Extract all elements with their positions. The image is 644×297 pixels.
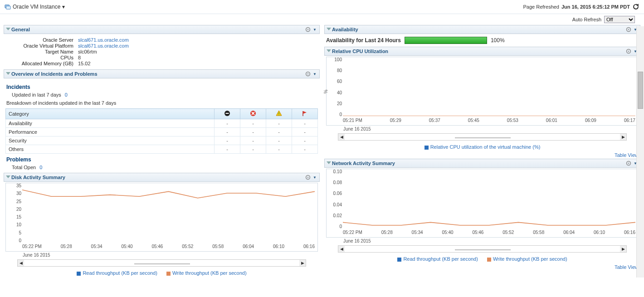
collapse-icon [6, 175, 10, 178]
svg-rect-10 [278, 115, 279, 115]
count-cell: - [240, 119, 266, 128]
panel-title: Disk Activity Summary [11, 175, 65, 180]
cpu-panel-header[interactable]: Relative CPU Utilization ▼ [324, 47, 640, 56]
blackout-icon[interactable] [215, 109, 240, 119]
availability-bar [405, 37, 487, 44]
kv-row: Oracle Serverslcal671.us.oracle.com [5, 37, 318, 43]
scroll-right-icon[interactable]: ▶ [299, 260, 306, 266]
net-table-view-link[interactable]: Table View [615, 264, 639, 270]
warning-icon[interactable] [266, 109, 292, 119]
kv-row: Target Nameslc06rtm [5, 49, 318, 54]
count-cell: - [292, 145, 318, 154]
panel-title: Availability [332, 27, 358, 32]
vertical-scrollbar[interactable] [636, 26, 644, 278]
auto-refresh-select[interactable]: Off [604, 16, 635, 23]
disk-h-scroll[interactable]: ◀▶ [17, 259, 306, 267]
refresh-icon[interactable] [632, 3, 639, 10]
incidents-panel-header[interactable]: Overview of Incidents and Problems ▼ [4, 69, 320, 78]
gear-icon[interactable] [625, 26, 632, 33]
scroll-left-icon[interactable]: ◀ [338, 134, 345, 140]
legend-item: Write throughput (KB per second) [487, 256, 567, 262]
count-cell: - [215, 145, 240, 154]
menu-caret-icon[interactable]: ▼ [313, 175, 317, 180]
kv-row: CPUs8 [5, 55, 318, 60]
collapse-icon [327, 49, 331, 52]
table-row: Performance---- [6, 128, 318, 136]
gear-icon[interactable] [305, 174, 311, 180]
scroll-right-icon[interactable]: ▶ [620, 246, 626, 252]
incidents-updated: Updated in last 7 days0 [5, 92, 318, 97]
category-header[interactable]: Category [6, 109, 215, 119]
svg-point-3 [307, 29, 309, 30]
category-cell: Availability [6, 119, 215, 128]
scroll-left-icon[interactable]: ◀ [338, 246, 345, 252]
count-cell: - [215, 136, 240, 145]
menu-caret-icon[interactable]: ▼ [313, 28, 317, 32]
net-h-scroll[interactable]: ◀▶ [338, 245, 627, 253]
panel-title: Overview of Incidents and Problems [11, 71, 98, 77]
kv-key: Allocated Memory (GB) [5, 61, 78, 66]
kv-key: CPUs [5, 55, 78, 60]
cpu-table-view-link[interactable]: Table View [615, 152, 639, 158]
scroll-left-icon[interactable]: ◀ [18, 260, 24, 266]
net-legend: Read throughput (KB per second)Write thr… [324, 254, 640, 263]
availability-label: Availability for Last 24 Hours [326, 37, 401, 44]
kv-value[interactable]: slcal671.us.oracle.com [78, 37, 129, 43]
collapse-icon [327, 28, 331, 30]
auto-refresh-bar: Auto Refresh Off [0, 14, 644, 25]
count-cell: - [215, 119, 240, 128]
kv-key: Target Name [5, 49, 78, 54]
menu-caret-icon[interactable]: ▼ [313, 72, 317, 76]
general-panel-header[interactable]: General ▼ [4, 25, 320, 34]
net-date: June 16 2015 [324, 239, 640, 243]
net-panel-header[interactable]: Network Activity Summary ▼ [324, 159, 640, 168]
count-cell: - [266, 145, 292, 154]
scroll-right-icon[interactable]: ▶ [620, 134, 626, 140]
incidents-table: Category Availability----Performance----… [5, 108, 318, 154]
breadcrumb-title: Oracle VM Instance [13, 4, 60, 10]
svg-point-18 [628, 163, 629, 164]
count-cell: - [240, 128, 266, 136]
kv-value: 8 [78, 55, 81, 60]
cpu-h-scroll[interactable]: ◀▶ [338, 133, 627, 141]
count-cell: - [266, 136, 292, 145]
kv-value: slc06rtm [78, 49, 97, 54]
flag-icon[interactable] [292, 109, 318, 119]
count-cell: - [240, 136, 266, 145]
critical-icon[interactable] [240, 109, 266, 119]
legend-item: Read throughput (KB per second) [397, 256, 478, 262]
refresh-time: Jun 16, 2015 6:25:12 PM PDT [561, 4, 630, 10]
count-cell: - [266, 119, 292, 128]
general-panel-body: Oracle Serverslcal671.us.oracle.comOracl… [4, 34, 320, 69]
incidents-breakdown-label: Breakdown of incidents updated in the la… [5, 97, 318, 107]
cpu-chart: 100806040200%05:21 PM05:2905:3705:4505:5… [326, 57, 639, 126]
collapse-icon [6, 72, 10, 75]
page-refresh-status: Page Refreshed Jun 16, 2015 6:25:12 PM P… [523, 3, 639, 10]
collapse-icon [6, 28, 10, 30]
gear-icon[interactable] [305, 71, 311, 77]
disk-chart: 3530252015105005:22 PM05:2805:3405:4005:… [5, 183, 318, 252]
kv-value[interactable]: slcal671.us.oracle.com [78, 43, 129, 49]
problems-total-open: Total Open0 [5, 165, 318, 170]
availability-bar-row: Availability for Last 24 Hours 100% [324, 34, 640, 47]
problems-subheader: Problems [5, 154, 318, 165]
right-column: Availability ▼ Availability for Last 24 … [324, 25, 640, 278]
incidents-panel-body: Incidents Updated in last 7 days0 Breakd… [4, 78, 320, 173]
disk-panel-header[interactable]: Disk Activity Summary ▼ [4, 173, 320, 182]
kv-key: Oracle Server [5, 37, 78, 43]
panel-title: General [11, 27, 30, 32]
gear-icon[interactable] [625, 48, 632, 54]
kv-row: Allocated Memory (GB)15.02 [5, 61, 318, 66]
breadcrumb[interactable]: Oracle VM Instance ▾ [5, 4, 65, 10]
kv-value: 15.02 [78, 61, 91, 66]
count-cell: - [292, 136, 318, 145]
svg-point-5 [307, 73, 309, 75]
legend-item: Write throughput (KB per second) [166, 270, 247, 276]
availability-panel-header[interactable]: Availability ▼ [324, 25, 640, 34]
collapse-icon [327, 161, 331, 164]
gear-icon[interactable] [625, 160, 632, 166]
disk-date: June 16 2015 [4, 253, 320, 258]
gear-icon[interactable] [305, 26, 311, 33]
page-header: Oracle VM Instance ▾ Page Refreshed Jun … [0, 0, 644, 14]
count-cell: - [292, 119, 318, 128]
